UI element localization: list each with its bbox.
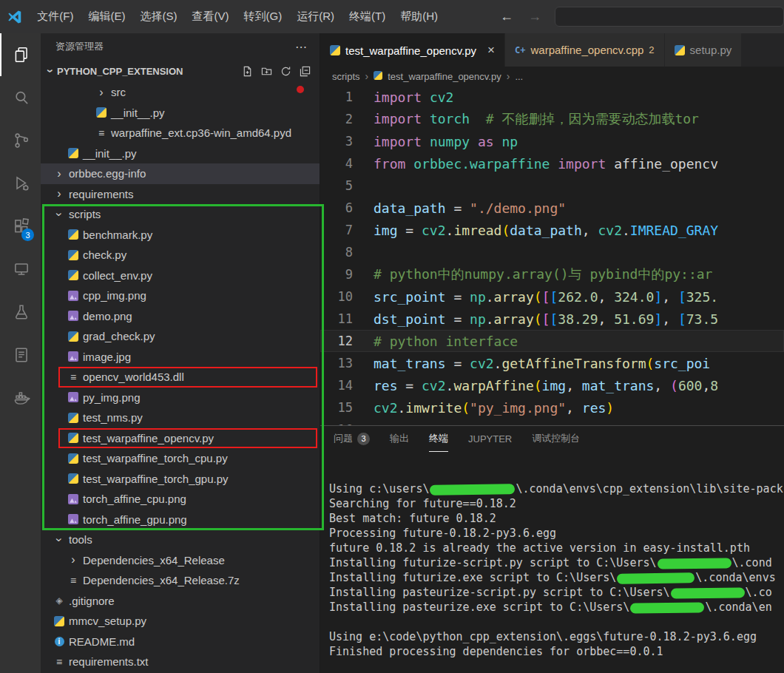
tree-folder-scripts[interactable]: ›scripts <box>41 204 320 225</box>
tree-file-test_nms.py[interactable]: test_nms.py <box>41 407 320 428</box>
panel-tab-JUPYTER[interactable]: JUPYTER <box>468 426 512 452</box>
tree-file-grad_check.py[interactable]: grad_check.py <box>41 326 320 347</box>
tree-folder-Dependencies_x64_Release[interactable]: ›Dependencies_x64_Release <box>41 550 320 571</box>
code-line-8[interactable]: 8 <box>320 241 784 263</box>
tree-file-test_warpaffine_opencv.py[interactable]: test_warpaffine_opencv.py <box>41 428 320 449</box>
tab-test_warpaffine_opencv.py[interactable]: test_warpaffine_opencv.py× <box>320 33 505 67</box>
code-line-5[interactable]: 5 <box>320 175 784 197</box>
tree-file-test_warpaffine_torch_gpu.py[interactable]: test_warpaffine_torch_gpu.py <box>41 469 320 490</box>
line-number[interactable]: 12 <box>320 334 374 348</box>
panel-tab-调试控制台[interactable]: 调试控制台 <box>532 426 580 452</box>
menu-item-0[interactable]: 文件(F) <box>30 10 81 24</box>
code-line-16[interactable]: 16 <box>320 419 784 425</box>
tree-file-warpaffine_ext.cp36-win_amd64.pyd[interactable]: ≡warpaffine_ext.cp36-win_amd64.pyd <box>41 123 320 143</box>
tree-file-benchmark.py[interactable]: benchmark.py <box>41 225 320 246</box>
notebook-icon[interactable] <box>0 334 41 376</box>
more-actions-icon[interactable]: ⋯ <box>295 40 308 54</box>
line-number[interactable]: 2 <box>320 112 374 126</box>
tree-file-README.md[interactable]: iREADME.md <box>41 632 320 652</box>
docker-icon[interactable] <box>0 376 41 419</box>
code-line-1[interactable]: 1import cv2 <box>320 86 784 108</box>
code-line-7[interactable]: 7img = cv2.imread(data_path, cv2.IMREAD_… <box>320 219 784 241</box>
menu-item-5[interactable]: 运行(R) <box>289 10 342 24</box>
tree-file-cpp_img.png[interactable]: cpp_img.png <box>41 285 320 306</box>
code-line-6[interactable]: 6data_path = "./demo.png" <box>320 197 784 219</box>
line-number[interactable]: 10 <box>320 289 374 304</box>
code-line-12[interactable]: 12# python interface <box>320 330 784 352</box>
menu-item-1[interactable]: 编辑(E) <box>81 10 133 24</box>
new-folder-icon[interactable] <box>261 66 272 77</box>
line-number[interactable]: 3 <box>320 134 374 149</box>
project-section-header[interactable]: › PYTHON_CPP_EXTENSION <box>41 60 320 82</box>
tree-folder-tools[interactable]: ›tools <box>41 530 320 550</box>
tree-file-Dependencies_x64_Release.7z[interactable]: ≡Dependencies_x64_Release.7z <box>41 570 320 591</box>
line-number[interactable]: 14 <box>320 378 374 393</box>
new-file-icon[interactable] <box>242 66 253 77</box>
terminal-output[interactable]: Using c:\users\\.conda\envs\cpp_extensio… <box>320 452 784 673</box>
tree-file-__init__.py[interactable]: __init__.py <box>41 143 320 164</box>
breadcrumb-item[interactable]: scripts <box>332 71 360 82</box>
tab-warpaffine_opencv.cpp[interactable]: C+warpaffine_opencv.cpp2 <box>505 33 665 67</box>
code-editor[interactable]: 1import cv22import torch # 不能删掉，因为需要动态加载… <box>320 86 784 425</box>
code-line-3[interactable]: 3import numpy as np <box>320 130 784 152</box>
tree-file-py_img.png[interactable]: py_img.png <box>41 388 320 408</box>
tree-file-collect_env.py[interactable]: collect_env.py <box>41 266 320 286</box>
tree-file-.gitignore[interactable]: ◈.gitignore <box>41 591 320 612</box>
line-number[interactable]: 13 <box>320 356 374 371</box>
code-line-2[interactable]: 2import torch # 不能删掉，因为需要动态加载tor <box>320 108 784 130</box>
tree-file-opencv_world453.dll[interactable]: ≡opencv_world453.dll <box>41 367 320 388</box>
code-line-14[interactable]: 14res = cv2.warpAffine(img, mat_trans, (… <box>320 374 784 396</box>
line-number[interactable]: 1 <box>320 89 374 104</box>
tree-file-torch_affine_gpu.png[interactable]: torch_affine_gpu.png <box>41 510 320 530</box>
tab-setup.py[interactable]: setup.py <box>665 33 743 67</box>
code-line-11[interactable]: 11dst_point = np.array([[38.29, 51.69], … <box>320 308 784 330</box>
code-line-15[interactable]: 15cv2.imwrite("py_img.png", res) <box>320 396 784 419</box>
panel-tab-终端[interactable]: 终端 <box>429 426 448 452</box>
line-number[interactable]: 8 <box>320 245 374 260</box>
tree-file-requirements.txt[interactable]: ≡requirements.txt <box>41 652 320 672</box>
search-icon[interactable] <box>0 76 41 119</box>
close-icon[interactable]: × <box>487 43 495 58</box>
tree-file-mmcv_setup.py[interactable]: mmcv_setup.py <box>41 611 320 632</box>
line-number[interactable]: 5 <box>320 178 374 193</box>
panel-tab-问题[interactable]: 问题3 <box>334 426 370 452</box>
tree-file-__init__.py[interactable]: __init__.py <box>41 103 320 124</box>
breadcrumb-item[interactable]: test_warpaffine_opencv.py <box>388 71 501 82</box>
tree-folder-requirements[interactable]: ›requirements <box>41 184 320 205</box>
remote-explorer-icon[interactable] <box>0 248 41 291</box>
menu-item-7[interactable]: 帮助(H) <box>393 10 445 24</box>
explorer-icon[interactable] <box>0 33 41 76</box>
command-center-search[interactable] <box>555 7 784 27</box>
line-number[interactable]: 7 <box>320 223 374 237</box>
breadcrumb-item[interactable]: ... <box>515 71 523 82</box>
line-number[interactable]: 4 <box>320 156 374 171</box>
forward-arrow-icon[interactable]: → <box>528 9 541 24</box>
back-arrow-icon[interactable]: ← <box>500 9 513 24</box>
menu-item-3[interactable]: 查看(V) <box>185 10 237 24</box>
code-line-4[interactable]: 4from orbbec.warpaffine import affine_op… <box>320 152 784 175</box>
tree-file-demo.png[interactable]: demo.png <box>41 306 320 327</box>
menu-item-4[interactable]: 转到(G) <box>237 10 290 24</box>
extensions-icon[interactable]: 3 <box>0 205 41 248</box>
panel-tab-输出[interactable]: 输出 <box>390 426 409 452</box>
line-number[interactable]: 15 <box>320 400 374 415</box>
run-debug-icon[interactable] <box>0 162 41 205</box>
tree-folder-orbbec.egg-info[interactable]: ›orbbec.egg-info <box>41 163 320 184</box>
line-number[interactable]: 6 <box>320 200 374 215</box>
menu-item-2[interactable]: 选择(S) <box>133 10 185 24</box>
testing-beaker-icon[interactable] <box>0 291 41 334</box>
menu-item-6[interactable]: 终端(T) <box>342 10 393 24</box>
line-number[interactable]: 9 <box>320 267 374 282</box>
refresh-icon[interactable] <box>280 66 291 77</box>
code-line-13[interactable]: 13mat_trans = cv2.getAffineTransform(src… <box>320 352 784 374</box>
code-line-10[interactable]: 10src_point = np.array([[262.0, 324.0], … <box>320 285 784 308</box>
tree-file-test_warpaffine_torch_cpu.py[interactable]: test_warpaffine_torch_cpu.py <box>41 448 320 469</box>
tree-file-torch_affine_cpu.png[interactable]: torch_affine_cpu.png <box>41 489 320 510</box>
line-number[interactable]: 11 <box>320 311 374 326</box>
tree-file-image.jpg[interactable]: image.jpg <box>41 347 320 368</box>
tree-file-check.py[interactable]: check.py <box>41 245 320 266</box>
collapse-all-icon[interactable] <box>300 66 311 77</box>
tree-folder-src[interactable]: ›src <box>41 82 320 103</box>
code-line-9[interactable]: 9# python中的numpy.array()与 pybind中的py::ar <box>320 263 784 285</box>
source-control-icon[interactable] <box>0 119 41 162</box>
